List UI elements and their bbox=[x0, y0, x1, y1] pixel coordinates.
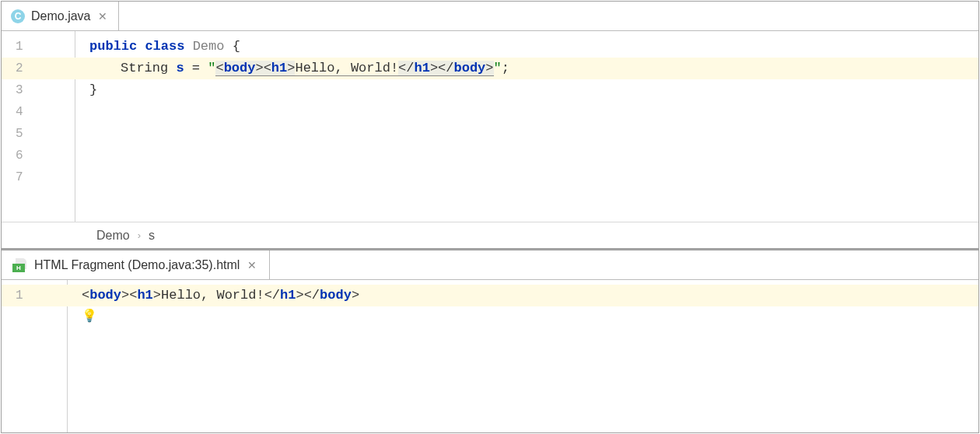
tab-filename: Demo.java bbox=[31, 9, 90, 23]
line-number: 5 bbox=[2, 123, 75, 145]
tab-bar-empty-area bbox=[270, 250, 978, 279]
code-area[interactable]: public class Demo { String s = "<body><h… bbox=[75, 31, 978, 222]
gutter: 1 2 3 4 5 6 7 bbox=[2, 31, 75, 222]
breadcrumb: Demo › s bbox=[2, 222, 978, 248]
tab-bar-empty-area bbox=[119, 2, 978, 30]
gutter: 1 bbox=[2, 280, 68, 432]
intention-bulb-icon[interactable]: 💡 bbox=[82, 308, 97, 324]
bottom-editor[interactable]: 1 <body><h1>Hello, World!</h1></body> 💡 bbox=[2, 280, 978, 432]
html-file-icon: H bbox=[12, 258, 28, 272]
class-file-icon: C bbox=[11, 9, 25, 23]
code-line: <body><h1>Hello, World!</h1></body> bbox=[68, 285, 978, 306]
line-number: 3 bbox=[2, 79, 75, 101]
close-icon[interactable]: ✕ bbox=[96, 10, 109, 23]
line-number: 1 bbox=[2, 36, 75, 58]
top-tab-bar: C Demo.java ✕ bbox=[2, 2, 978, 31]
line-number: 6 bbox=[2, 145, 75, 166]
tab-html-fragment[interactable]: H HTML Fragment (Demo.java:35).html ✕ bbox=[2, 250, 270, 279]
line-number: 4 bbox=[2, 101, 75, 123]
line-number: 7 bbox=[2, 166, 75, 188]
breadcrumb-item[interactable]: Demo bbox=[96, 229, 130, 243]
line-number: 1 bbox=[2, 285, 67, 306]
tab-demo-java[interactable]: C Demo.java ✕ bbox=[2, 2, 119, 30]
chevron-right-icon: › bbox=[138, 229, 141, 241]
top-editor[interactable]: 1 2 3 4 5 6 7 public class Demo { String… bbox=[2, 31, 978, 222]
close-icon[interactable]: ✕ bbox=[246, 259, 258, 271]
code-line: public class Demo { bbox=[75, 36, 978, 58]
code-line: } bbox=[75, 79, 978, 101]
code-area[interactable]: <body><h1>Hello, World!</h1></body> 💡 bbox=[68, 280, 978, 432]
bottom-tab-bar: H HTML Fragment (Demo.java:35).html ✕ bbox=[2, 250, 978, 280]
tab-filename: HTML Fragment (Demo.java:35).html bbox=[34, 258, 240, 272]
code-line: String s = "<body><h1>Hello, World!</h1>… bbox=[75, 58, 978, 79]
breadcrumb-item[interactable]: s bbox=[149, 229, 155, 243]
line-number: 2 bbox=[2, 58, 75, 79]
